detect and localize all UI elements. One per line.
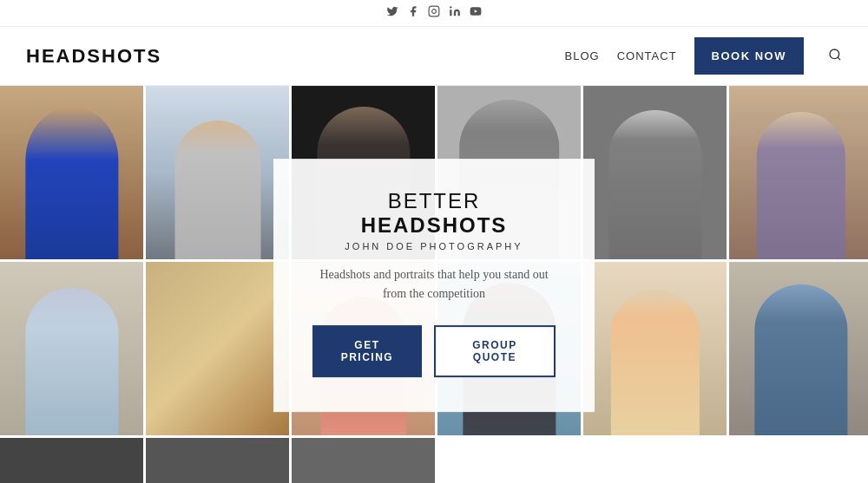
- header: HEADSHOTS BLOG CONTACT BOOK NOW: [0, 27, 868, 86]
- youtube-icon[interactable]: [470, 5, 482, 21]
- nav-contact[interactable]: CONTACT: [617, 49, 677, 62]
- photo-cell-8: [146, 262, 289, 435]
- nav-blog[interactable]: BLOG: [565, 49, 600, 62]
- photo-cell-13: [0, 438, 143, 483]
- twitter-icon[interactable]: [386, 5, 398, 21]
- hero-buttons: GET PRICING GROUP QUOTE: [312, 325, 556, 377]
- search-icon[interactable]: [828, 48, 842, 65]
- photo-cell-6: [729, 86, 868, 259]
- hero-section: BETTER HEADSHOTS JOHN DOE PHOTOGRAPHY He…: [0, 86, 868, 483]
- hero-description: Headshots and portraits that help you st…: [312, 265, 556, 304]
- group-quote-button[interactable]: GROUP QUOTE: [434, 325, 556, 377]
- svg-point-4: [830, 49, 839, 59]
- photo-cell-1: [0, 86, 143, 259]
- book-now-button[interactable]: BOOK NOW: [694, 37, 804, 75]
- photo-cell-7: [0, 262, 143, 435]
- photo-cell-2: [146, 86, 289, 259]
- site-logo[interactable]: HEADSHOTS: [26, 45, 161, 68]
- svg-point-2: [450, 6, 451, 8]
- get-pricing-button[interactable]: GET PRICING: [312, 325, 422, 377]
- photo-cell-14: [146, 438, 289, 483]
- photo-cell-11: [583, 262, 727, 435]
- main-nav: BLOG CONTACT BOOK NOW: [565, 37, 842, 75]
- svg-rect-0: [429, 6, 439, 16]
- photo-cell-15: [292, 438, 435, 483]
- photographer-name: JOHN DOE PHOTOGRAPHY: [312, 241, 556, 251]
- hero-overlay-card: BETTER HEADSHOTS JOHN DOE PHOTOGRAPHY He…: [273, 159, 595, 412]
- photo-cell-12: [729, 262, 868, 435]
- linkedin-icon[interactable]: [449, 5, 461, 21]
- photo-cell-5: [583, 86, 727, 259]
- instagram-icon[interactable]: [428, 5, 440, 21]
- hero-pre-title: BETTER HEADSHOTS: [312, 189, 556, 238]
- facebook-icon[interactable]: [407, 5, 419, 21]
- social-bar: [0, 0, 868, 27]
